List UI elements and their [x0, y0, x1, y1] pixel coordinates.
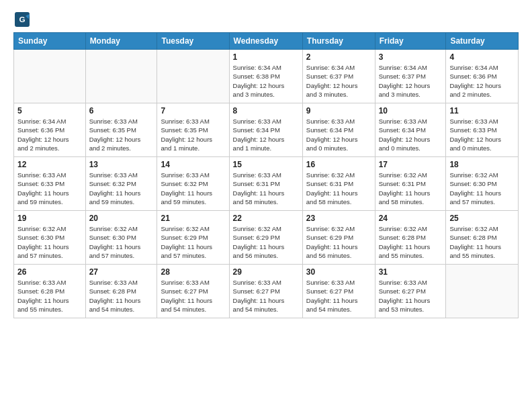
calendar-cell: 27Sunrise: 6:33 AMSunset: 6:28 PMDayligh… — [85, 265, 157, 318]
page-header: G — [13, 12, 519, 27]
day-info: Sunrise: 6:32 AMSunset: 6:31 PMDaylight:… — [379, 171, 443, 206]
calendar-cell: 30Sunrise: 6:33 AMSunset: 6:27 PMDayligh… — [302, 265, 375, 318]
logo-icon: G — [15, 12, 30, 27]
day-info: Sunrise: 6:32 AMSunset: 6:30 PMDaylight:… — [89, 224, 154, 260]
calendar-cell — [157, 50, 229, 103]
day-info: Sunrise: 6:33 AMSunset: 6:27 PMDaylight:… — [233, 278, 299, 314]
day-info: Sunrise: 6:33 AMSunset: 6:28 PMDaylight:… — [17, 278, 82, 314]
day-info: Sunrise: 6:33 AMSunset: 6:33 PMDaylight:… — [17, 171, 82, 206]
day-number: 4 — [449, 52, 515, 62]
day-number: 28 — [161, 267, 225, 277]
calendar-cell: 31Sunrise: 6:33 AMSunset: 6:27 PMDayligh… — [375, 265, 446, 318]
day-info: Sunrise: 6:34 AMSunset: 6:38 PMDaylight:… — [233, 63, 299, 99]
day-number: 26 — [17, 267, 82, 277]
calendar-cell — [446, 265, 519, 318]
calendar-table: SundayMondayTuesdayWednesdayThursdayFrid… — [13, 32, 519, 318]
day-number: 15 — [233, 160, 299, 169]
calendar-cell: 14Sunrise: 6:33 AMSunset: 6:32 PMDayligh… — [157, 157, 229, 211]
day-info: Sunrise: 6:33 AMSunset: 6:35 PMDaylight:… — [161, 117, 225, 152]
day-number: 30 — [306, 267, 371, 277]
day-info: Sunrise: 6:32 AMSunset: 6:30 PMDaylight:… — [449, 171, 515, 206]
day-number: 16 — [306, 160, 371, 169]
day-info: Sunrise: 6:32 AMSunset: 6:29 PMDaylight:… — [233, 224, 299, 260]
day-info: Sunrise: 6:34 AMSunset: 6:37 PMDaylight:… — [306, 63, 371, 99]
calendar-cell: 3Sunrise: 6:34 AMSunset: 6:37 PMDaylight… — [375, 50, 446, 103]
day-info: Sunrise: 6:33 AMSunset: 6:32 PMDaylight:… — [161, 171, 225, 206]
day-info: Sunrise: 6:32 AMSunset: 6:28 PMDaylight:… — [379, 224, 443, 260]
calendar-cell: 20Sunrise: 6:32 AMSunset: 6:30 PMDayligh… — [85, 211, 157, 265]
day-info: Sunrise: 6:33 AMSunset: 6:28 PMDaylight:… — [89, 278, 154, 314]
calendar-cell — [85, 50, 157, 103]
calendar-cell: 1Sunrise: 6:34 AMSunset: 6:38 PMDaylight… — [229, 50, 302, 103]
day-number: 23 — [306, 214, 371, 223]
day-number: 10 — [379, 106, 443, 116]
day-number: 6 — [89, 106, 154, 116]
calendar-cell: 25Sunrise: 6:32 AMSunset: 6:28 PMDayligh… — [446, 211, 519, 265]
day-number: 2 — [306, 52, 371, 62]
day-info: Sunrise: 6:33 AMSunset: 6:31 PMDaylight:… — [233, 171, 299, 206]
day-number: 11 — [449, 106, 515, 116]
day-info: Sunrise: 6:32 AMSunset: 6:29 PMDaylight:… — [161, 224, 225, 260]
day-number: 7 — [161, 106, 225, 116]
day-info: Sunrise: 6:34 AMSunset: 6:36 PMDaylight:… — [17, 117, 82, 152]
calendar-cell: 2Sunrise: 6:34 AMSunset: 6:37 PMDaylight… — [302, 50, 375, 103]
day-info: Sunrise: 6:33 AMSunset: 6:27 PMDaylight:… — [161, 278, 225, 314]
calendar-cell: 8Sunrise: 6:33 AMSunset: 6:34 PMDaylight… — [229, 103, 302, 157]
calendar-cell: 28Sunrise: 6:33 AMSunset: 6:27 PMDayligh… — [157, 265, 229, 318]
calendar-cell: 6Sunrise: 6:33 AMSunset: 6:35 PMDaylight… — [85, 103, 157, 157]
calendar-cell: 22Sunrise: 6:32 AMSunset: 6:29 PMDayligh… — [229, 211, 302, 265]
calendar-cell: 10Sunrise: 6:33 AMSunset: 6:34 PMDayligh… — [375, 103, 446, 157]
day-number: 31 — [379, 267, 443, 277]
calendar-cell: 13Sunrise: 6:33 AMSunset: 6:32 PMDayligh… — [85, 157, 157, 211]
weekday-header-thursday: Thursday — [302, 33, 375, 50]
day-info: Sunrise: 6:33 AMSunset: 6:33 PMDaylight:… — [449, 117, 515, 152]
day-info: Sunrise: 6:34 AMSunset: 6:36 PMDaylight:… — [449, 63, 515, 99]
day-number: 12 — [17, 160, 82, 169]
weekday-header-friday: Friday — [375, 33, 446, 50]
day-number: 20 — [89, 214, 154, 223]
day-number: 5 — [17, 106, 82, 116]
day-info: Sunrise: 6:34 AMSunset: 6:37 PMDaylight:… — [379, 63, 443, 99]
day-number: 9 — [306, 106, 371, 116]
weekday-header-wednesday: Wednesday — [229, 33, 302, 50]
calendar-cell: 29Sunrise: 6:33 AMSunset: 6:27 PMDayligh… — [229, 265, 302, 318]
calendar-cell: 15Sunrise: 6:33 AMSunset: 6:31 PMDayligh… — [229, 157, 302, 211]
day-number: 14 — [161, 160, 225, 169]
day-info: Sunrise: 6:33 AMSunset: 6:32 PMDaylight:… — [89, 171, 154, 206]
day-info: Sunrise: 6:32 AMSunset: 6:28 PMDaylight:… — [449, 224, 515, 260]
day-number: 17 — [379, 160, 443, 169]
logo: G — [13, 12, 32, 27]
calendar-cell: 11Sunrise: 6:33 AMSunset: 6:33 PMDayligh… — [446, 103, 519, 157]
weekday-header-tuesday: Tuesday — [157, 33, 229, 50]
day-info: Sunrise: 6:33 AMSunset: 6:27 PMDaylight:… — [306, 278, 371, 314]
day-number: 21 — [161, 214, 225, 223]
day-number: 8 — [233, 106, 299, 116]
calendar-cell: 19Sunrise: 6:32 AMSunset: 6:30 PMDayligh… — [14, 211, 86, 265]
day-info: Sunrise: 6:32 AMSunset: 6:30 PMDaylight:… — [17, 224, 82, 260]
calendar-cell: 9Sunrise: 6:33 AMSunset: 6:34 PMDaylight… — [302, 103, 375, 157]
day-number: 3 — [379, 52, 443, 62]
calendar-cell: 23Sunrise: 6:32 AMSunset: 6:29 PMDayligh… — [302, 211, 375, 265]
day-info: Sunrise: 6:33 AMSunset: 6:34 PMDaylight:… — [233, 117, 299, 152]
day-info: Sunrise: 6:32 AMSunset: 6:31 PMDaylight:… — [306, 171, 371, 206]
day-number: 25 — [449, 214, 515, 223]
calendar-cell: 21Sunrise: 6:32 AMSunset: 6:29 PMDayligh… — [157, 211, 229, 265]
day-number: 13 — [89, 160, 154, 169]
calendar-cell: 5Sunrise: 6:34 AMSunset: 6:36 PMDaylight… — [14, 103, 86, 157]
day-info: Sunrise: 6:32 AMSunset: 6:29 PMDaylight:… — [306, 224, 371, 260]
calendar-cell: 16Sunrise: 6:32 AMSunset: 6:31 PMDayligh… — [302, 157, 375, 211]
day-info: Sunrise: 6:33 AMSunset: 6:34 PMDaylight:… — [379, 117, 443, 152]
calendar-cell: 18Sunrise: 6:32 AMSunset: 6:30 PMDayligh… — [446, 157, 519, 211]
calendar-cell: 4Sunrise: 6:34 AMSunset: 6:36 PMDaylight… — [446, 50, 519, 103]
svg-text:G: G — [19, 15, 25, 24]
calendar-cell: 7Sunrise: 6:33 AMSunset: 6:35 PMDaylight… — [157, 103, 229, 157]
calendar-cell: 26Sunrise: 6:33 AMSunset: 6:28 PMDayligh… — [14, 265, 86, 318]
weekday-header-sunday: Sunday — [14, 33, 86, 50]
weekday-header-saturday: Saturday — [446, 33, 519, 50]
day-info: Sunrise: 6:33 AMSunset: 6:27 PMDaylight:… — [379, 278, 443, 314]
day-number: 27 — [89, 267, 154, 277]
day-number: 1 — [233, 52, 299, 62]
day-info: Sunrise: 6:33 AMSunset: 6:34 PMDaylight:… — [306, 117, 371, 152]
day-number: 22 — [233, 214, 299, 223]
calendar-cell: 12Sunrise: 6:33 AMSunset: 6:33 PMDayligh… — [14, 157, 86, 211]
